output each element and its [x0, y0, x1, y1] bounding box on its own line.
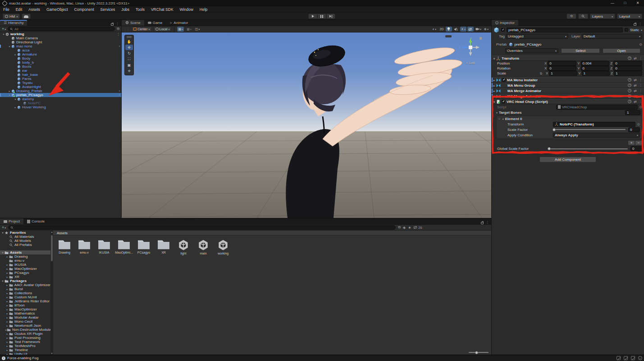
project-tree-item-drawing[interactable]: ▸Drawing — [0, 255, 50, 259]
project-tree-item-non-destructive-modular[interactable]: ▸Non-Destructive Modular — [0, 328, 50, 332]
expander-icon[interactable]: ▸ — [5, 267, 9, 270]
project-tree-item-burst[interactable]: ▸Burst — [0, 287, 50, 291]
search-button[interactable] — [578, 14, 588, 19]
tab-inspector[interactable]: i Inspector — [492, 20, 518, 26]
project-tree-item-oculus-xr-plugin[interactable]: ▸Oculus XR Plugin — [0, 332, 50, 336]
project-tree-item-newtonsoft-json[interactable]: ▸Newtonsoft Json — [0, 324, 50, 328]
expander-icon[interactable]: ▸ — [5, 308, 9, 311]
gizmo-overlay-grip[interactable] — [445, 35, 452, 37]
project-tree-item-mono-cecil[interactable]: ▸Mono Cecil — [0, 319, 50, 324]
prefab-select-button[interactable]: Select — [561, 48, 600, 53]
hierarchy-item-mao-none[interactable]: ▾mao none› — [0, 44, 121, 48]
scene-audio-toggle[interactable] — [453, 27, 459, 32]
expander-icon[interactable]: ▸ — [5, 300, 9, 303]
prefab-open-arrow[interactable]: › — [119, 93, 120, 97]
project-tree-item-liltoon[interactable]: ▸lilToon — [0, 303, 50, 307]
project-tree-item-ikusia[interactable]: ▸IKUSIA — [0, 263, 50, 267]
scene-lighting-toggle[interactable] — [446, 27, 452, 32]
tab-console[interactable]: Console — [23, 218, 48, 224]
project-tree-item-emu-v[interactable]: emu-v — [0, 259, 50, 263]
expander-icon[interactable]: ▾ — [2, 32, 5, 36]
scale-factor-field[interactable]: 0 — [628, 127, 640, 132]
project-search-input[interactable] — [8, 225, 396, 230]
project-tree-item-collections[interactable]: ▸Collections — [0, 291, 50, 295]
static-checkbox[interactable] — [625, 28, 628, 32]
search-window-icon[interactable]: ⧉ — [117, 27, 119, 31]
project-tree-item-modular-avatar[interactable]: ▸Modular Avatar — [0, 315, 50, 319]
panel-menu-icon[interactable]: ⋮ — [116, 22, 119, 26]
search-by-type-icon[interactable]: ⧉ — [398, 225, 401, 230]
menu-component[interactable]: Component — [71, 7, 97, 12]
expander-icon[interactable]: ▸ — [493, 89, 495, 93]
hierarchy-item-ear[interactable]: ear — [0, 69, 121, 73]
scene-visibility-toggle[interactable] — [467, 27, 474, 32]
drag-handle-icon[interactable]: = — [498, 117, 501, 121]
hierarchy-item-pants[interactable]: Pants — [0, 77, 121, 81]
expander-icon[interactable]: ▸ — [493, 95, 495, 98]
help-icon[interactable]: ? — [628, 78, 631, 82]
project-tree-item-jetbrains-rider-editor[interactable]: ▸JetBrains Rider Editor — [0, 299, 50, 303]
inspector-lock-icon[interactable] — [634, 23, 636, 26]
object-picker-icon[interactable]: ⊙ — [637, 122, 640, 126]
increment-snap-toggle[interactable]: ▩▾ — [186, 27, 192, 32]
project-tree-item-timeline[interactable]: ▸Timeline — [0, 348, 50, 352]
hierarchy-item-body[interactable]: Body — [0, 56, 121, 60]
asset-ikusia[interactable]: IKUSIA — [96, 239, 112, 255]
expander-icon[interactable]: ▸ — [5, 296, 9, 299]
expander-icon[interactable]: ▸ — [5, 344, 9, 347]
project-tree-item-xr[interactable]: ▸XR — [0, 275, 50, 279]
grid-snap-toggle[interactable]: ▦▾ — [177, 27, 184, 32]
component-menu-icon[interactable]: ⋮ — [639, 100, 642, 103]
help-icon[interactable]: ? — [628, 94, 631, 98]
presets-icon[interactable]: ⇄ — [634, 56, 637, 60]
expander-icon[interactable]: ▸ — [14, 106, 17, 109]
expander-icon[interactable]: ▸ — [5, 283, 9, 287]
expander-icon[interactable]: ▸ — [5, 255, 9, 258]
help-icon[interactable]: ? — [628, 100, 631, 103]
expander-icon[interactable]: ▸ — [5, 271, 9, 274]
icon-size-slider[interactable] — [469, 352, 489, 353]
project-tree-item-textmeshpro[interactable]: ▸TextMeshPro — [0, 344, 50, 348]
hierarchy-item-hair-base[interactable]: hair_base — [0, 73, 121, 77]
presets-icon[interactable]: ⇄ — [634, 94, 637, 98]
tool-handle-position-dropdown[interactable]: Center▾ — [132, 27, 152, 32]
expander-icon[interactable]: ▾ — [502, 117, 504, 120]
favorites-filter-icon[interactable]: ★ — [408, 226, 411, 230]
expander-icon[interactable]: ▸ — [493, 79, 495, 82]
project-tree-item-aao-avatar-optimizer[interactable]: ▸AAO: Avatar Optimizer — [0, 283, 50, 287]
scene-effects-dropdown[interactable]: ✦▾ — [460, 27, 466, 32]
background-tasks-icon[interactable]: ✓ — [638, 356, 642, 360]
component-ma-menu-group[interactable]: ▸MA Menu Group?⇄⋮ — [492, 83, 644, 88]
layers-dropdown[interactable]: Layers▾ — [590, 14, 615, 19]
component-checkbox[interactable] — [502, 78, 506, 82]
expander-icon[interactable]: ▾ — [493, 100, 495, 103]
expander-icon[interactable]: ▸ — [5, 287, 9, 291]
scale-x-field[interactable]: 1 — [549, 71, 577, 76]
services-muted-icon[interactable] — [624, 356, 628, 360]
asset-light[interactable]: light — [176, 239, 191, 255]
asset-main[interactable]: main — [196, 239, 211, 255]
collab-muted-icon[interactable] — [617, 356, 621, 360]
component-menu-icon[interactable]: ⋮ — [639, 83, 642, 87]
expander-icon[interactable]: ▾ — [493, 57, 495, 60]
inspector-menu-icon[interactable]: ⋮ — [639, 22, 642, 26]
move-snap-dropdown[interactable]: ◫▾ — [194, 27, 201, 32]
rotation-z-field[interactable]: 0 — [613, 66, 642, 71]
help-icon[interactable]: ? — [628, 83, 631, 87]
apply-condition-dropdown[interactable]: Always Apply▾ — [553, 133, 640, 138]
global-scale-field[interactable]: 0 — [630, 146, 642, 151]
component-menu-icon[interactable]: ⋮ — [639, 89, 642, 93]
project-tree-item-mathematics[interactable]: ▸Mathematics — [0, 311, 50, 315]
global-scale-slider[interactable] — [548, 148, 628, 149]
hierarchy-item-notepc[interactable]: NotePC — [0, 101, 121, 105]
menu-window[interactable]: Window — [177, 7, 196, 12]
menu-tools[interactable]: Tools — [132, 7, 148, 12]
project-tree-item-packages[interactable]: ▾Packages — [0, 279, 50, 283]
move-tool-button[interactable]: ✥ — [125, 45, 133, 50]
cloud-button[interactable] — [22, 14, 31, 19]
shading-mode-dropdown[interactable]: ◐▾ — [431, 27, 438, 32]
project-tree-item-maooptimizer[interactable]: ▸MaoOptimizer — [0, 267, 50, 271]
scale-z-field[interactable]: 1 — [614, 71, 642, 76]
scale-factor-slider[interactable] — [553, 129, 626, 130]
array-remove-button[interactable]: − — [635, 140, 642, 145]
